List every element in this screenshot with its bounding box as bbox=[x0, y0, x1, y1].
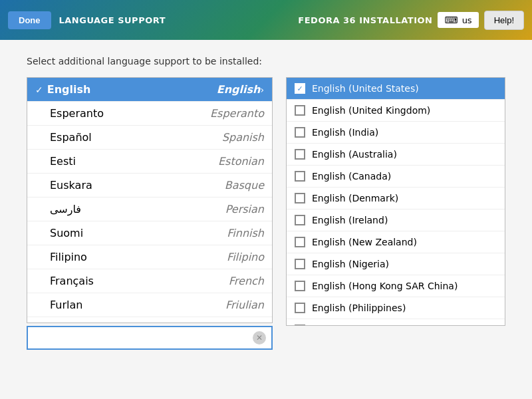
locale-name: English (New Zealand) bbox=[312, 237, 417, 247]
language-list-item[interactable]: Frysk Western Frisian bbox=[27, 317, 272, 323]
locale-checkbox bbox=[295, 259, 305, 269]
content: Select additional language support to be… bbox=[0, 40, 532, 399]
locale-checkbox bbox=[295, 83, 305, 94]
locale-checkbox bbox=[295, 237, 305, 247]
lang-translated: Filipino bbox=[227, 251, 264, 263]
language-list-item[interactable]: فارسی Persian bbox=[27, 198, 272, 221]
language-list-item[interactable]: Français French bbox=[27, 269, 272, 293]
lang-name-wrap: Français bbox=[35, 275, 229, 287]
locale-list-item[interactable]: English (Denmark) bbox=[287, 188, 505, 209]
header-title: LANGUAGE SUPPORT bbox=[59, 15, 166, 25]
locale-list[interactable]: English (United States)English (United K… bbox=[286, 77, 505, 326]
arrow-icon: › bbox=[260, 84, 264, 95]
lang-native: Eesti bbox=[50, 155, 76, 168]
lang-name-wrap: Furlan bbox=[35, 299, 225, 311]
app-title: FEDORA 36 INSTALLATION bbox=[298, 15, 432, 25]
language-list-item[interactable]: Filipino Filipino bbox=[27, 245, 272, 269]
lang-native: English bbox=[47, 83, 91, 96]
locale-name: English (Philippines) bbox=[312, 303, 406, 313]
locale-name: English (Singapore) bbox=[312, 325, 403, 326]
locale-checkbox bbox=[295, 325, 305, 326]
language-list-container: ✓ English English › Esperanto Esperanto … bbox=[27, 77, 273, 350]
locale-checkbox bbox=[295, 193, 305, 203]
lang-name-wrap: Frysk bbox=[35, 323, 183, 323]
locale-list-container: English (United States)English (United K… bbox=[286, 77, 505, 350]
header: Done LANGUAGE SUPPORT FEDORA 36 INSTALLA… bbox=[0, 0, 532, 40]
locale-list-item[interactable]: English (United Kingdom) bbox=[287, 100, 505, 122]
locale-checkbox bbox=[295, 171, 305, 182]
lang-translated: English bbox=[217, 83, 261, 96]
check-icon: ✓ bbox=[35, 84, 43, 95]
search-bar[interactable]: ✕ bbox=[27, 326, 273, 350]
locale-checkbox bbox=[295, 303, 305, 313]
header-left: Done LANGUAGE SUPPORT bbox=[8, 11, 166, 29]
locale-checkbox bbox=[295, 281, 305, 291]
locale-list-item[interactable]: English (Philippines) bbox=[287, 297, 505, 319]
language-list-item[interactable]: Español Spanish bbox=[27, 126, 272, 150]
search-input[interactable] bbox=[33, 332, 253, 343]
help-button[interactable]: Help! bbox=[484, 11, 524, 30]
lang-name-wrap: Esperanto bbox=[35, 107, 210, 120]
lang-translated: Basque bbox=[225, 179, 264, 192]
language-list-item[interactable]: Suomi Finnish bbox=[27, 221, 272, 245]
lang-native: Filipino bbox=[50, 251, 87, 263]
language-list[interactable]: ✓ English English › Esperanto Esperanto … bbox=[27, 77, 273, 323]
locale-list-item[interactable]: English (New Zealand) bbox=[287, 231, 505, 253]
language-list-item[interactable]: Esperanto Esperanto bbox=[27, 102, 272, 126]
locale-name: English (Nigeria) bbox=[312, 259, 389, 269]
keyboard-layout-label: us bbox=[462, 15, 472, 25]
locale-name: English (Hong Kong SAR China) bbox=[312, 281, 458, 291]
locale-name: English (United States) bbox=[312, 83, 419, 94]
header-right: FEDORA 36 INSTALLATION ⌨ us Help! bbox=[298, 11, 524, 30]
lang-name-wrap: ✓ English bbox=[35, 83, 217, 96]
locale-name: English (Denmark) bbox=[312, 193, 398, 203]
locale-name: English (Canada) bbox=[312, 171, 391, 182]
locale-list-item[interactable]: English (Singapore) bbox=[287, 319, 505, 326]
locale-checkbox bbox=[295, 215, 305, 225]
locale-list-item[interactable]: English (Nigeria) bbox=[287, 253, 505, 275]
lang-native: Suomi bbox=[50, 227, 83, 239]
locale-name: English (United Kingdom) bbox=[312, 105, 430, 116]
lang-translated: Western Frisian bbox=[183, 323, 265, 323]
keyboard-icon: ⌨ bbox=[444, 15, 458, 25]
locale-list-item[interactable]: English (Ireland) bbox=[287, 209, 505, 231]
lang-native: Frysk bbox=[50, 323, 78, 323]
locale-checkbox bbox=[295, 127, 305, 138]
locale-name: English (Ireland) bbox=[312, 215, 388, 225]
lang-name-wrap: Filipino bbox=[35, 251, 227, 263]
lang-native: فارسی bbox=[50, 203, 81, 215]
lang-native: Euskara bbox=[50, 179, 92, 192]
search-clear-button[interactable]: ✕ bbox=[253, 331, 266, 344]
lang-translated: Finnish bbox=[227, 227, 264, 239]
locale-list-item[interactable]: English (Hong Kong SAR China) bbox=[287, 275, 505, 297]
locale-checkbox bbox=[295, 149, 305, 160]
lang-translated: French bbox=[229, 275, 264, 287]
language-list-item[interactable]: ✓ English English › bbox=[27, 78, 272, 102]
lang-name-wrap: Español bbox=[35, 131, 222, 144]
instruction-text: Select additional language support to be… bbox=[27, 56, 505, 66]
lang-name-wrap: Eesti bbox=[35, 155, 218, 168]
language-list-item[interactable]: Furlan Friulian bbox=[27, 293, 272, 317]
done-button[interactable]: Done bbox=[8, 11, 51, 29]
lang-native: Esperanto bbox=[50, 107, 104, 120]
lang-translated: Estonian bbox=[218, 155, 264, 168]
locale-checkbox bbox=[295, 105, 305, 116]
locale-list-item[interactable]: English (Canada) bbox=[287, 166, 505, 188]
keyboard-indicator[interactable]: ⌨ us bbox=[438, 12, 478, 28]
lang-name-wrap: فارسی bbox=[35, 203, 225, 215]
locale-name: English (Australia) bbox=[312, 149, 397, 160]
panels: ✓ English English › Esperanto Esperanto … bbox=[27, 77, 505, 350]
language-list-item[interactable]: Eesti Estonian bbox=[27, 150, 272, 174]
lang-native: Furlan bbox=[50, 299, 82, 311]
locale-name: English (India) bbox=[312, 127, 378, 138]
locale-list-item[interactable]: English (United States) bbox=[287, 78, 505, 100]
lang-translated: Spanish bbox=[222, 131, 264, 144]
lang-native: Français bbox=[50, 275, 94, 287]
lang-name-wrap: Suomi bbox=[35, 227, 227, 239]
lang-translated: Friulian bbox=[225, 299, 264, 311]
lang-translated: Persian bbox=[225, 203, 264, 215]
lang-translated: Esperanto bbox=[210, 107, 264, 120]
language-list-item[interactable]: Euskara Basque bbox=[27, 174, 272, 198]
locale-list-item[interactable]: English (Australia) bbox=[287, 144, 505, 166]
locale-list-item[interactable]: English (India) bbox=[287, 122, 505, 144]
